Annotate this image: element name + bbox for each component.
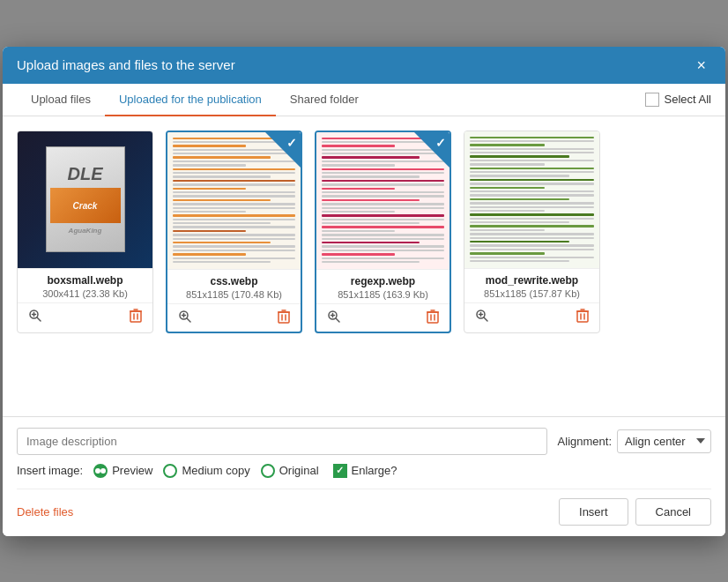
checkbox-enlarge-box: ✓: [333, 464, 347, 478]
bottom-area: Alignment: Align left Align center Align…: [3, 416, 725, 536]
radio-preview-circle: [93, 464, 108, 478]
svg-line-28: [484, 317, 487, 321]
tabs-row: Upload files Uploaded for the publicatio…: [3, 84, 725, 116]
dialog-header: Upload images and files to the server ×: [3, 47, 725, 84]
cancel-button[interactable]: Cancel: [635, 498, 711, 526]
image-name-regexp: regexp.webp: [323, 275, 442, 287]
dialog-title: Upload images and files to the server: [17, 57, 235, 72]
image-size-css: 851x1185 (170.48 Kb): [175, 289, 293, 300]
radio-original[interactable]: Original: [261, 464, 319, 478]
svg-rect-4: [130, 311, 141, 322]
select-all-checkbox[interactable]: [645, 93, 659, 107]
image-card-boxsmall[interactable]: DLE Crack AguaKing boxsmall.webp 300x411…: [17, 131, 153, 333]
insert-button[interactable]: Insert: [559, 498, 628, 526]
image-size-regexp: 851x1185 (163.9 Kb): [323, 289, 442, 300]
svg-rect-22: [427, 312, 438, 323]
check-badge-css: [265, 132, 301, 168]
select-all-label: Select All: [665, 93, 711, 106]
radio-preview[interactable]: Preview: [93, 464, 152, 478]
zoom-button-css[interactable]: [175, 308, 196, 328]
delete-button-css[interactable]: [274, 308, 293, 328]
action-row: Delete files Insert Cancel: [17, 489, 711, 526]
alignment-select[interactable]: Align left Align center Align right Alig…: [617, 429, 711, 453]
select-all-area: Select All: [645, 93, 711, 107]
zoom-button-modrewrite[interactable]: [472, 307, 493, 327]
delete-button-regexp[interactable]: [423, 308, 442, 328]
image-card-regexp[interactable]: regexp.webp 851x1185 (163.9 Kb): [315, 131, 451, 333]
description-row: Alignment: Align left Align center Align…: [17, 428, 711, 455]
gallery-area: DLE Crack AguaKing boxsmall.webp 300x411…: [3, 116, 725, 416]
zoom-button-boxsmall[interactable]: [25, 307, 46, 327]
image-info-modrewrite: mod_rewrite.webp 851x1185 (157.87 Kb): [464, 268, 599, 302]
tab-upload-files[interactable]: Upload files: [17, 84, 105, 116]
delete-button-modrewrite[interactable]: [573, 307, 592, 327]
image-name-css: css.webp: [175, 275, 293, 287]
radio-preview-label: Preview: [112, 464, 152, 477]
image-info-boxsmall: boxsmall.webp 300x411 (23.38 Kb): [18, 268, 152, 302]
image-info-regexp: regexp.webp 851x1185 (163.9 Kb): [316, 269, 449, 303]
svg-line-1: [37, 317, 41, 321]
insert-image-label: Insert image:: [17, 464, 83, 477]
svg-rect-13: [279, 312, 289, 323]
image-card-css[interactable]: css.webp 851x1185 (170.48 Kb): [166, 131, 302, 333]
radio-medium-copy-circle: [163, 464, 177, 478]
image-size-boxsmall: 300x411 (23.38 Kb): [25, 288, 145, 299]
radio-medium-copy-label: Medium copy: [182, 464, 249, 477]
close-button[interactable]: ×: [691, 56, 711, 75]
box-image: DLE Crack AguaKing: [46, 146, 125, 252]
enlarge-label: Enlarge?: [352, 464, 397, 477]
image-actions-regexp: [316, 303, 449, 332]
thumbnail-modrewrite: [464, 131, 599, 268]
image-info-css: css.webp 851x1185 (170.48 Kb): [167, 269, 301, 303]
description-input[interactable]: [17, 428, 547, 455]
image-name-modrewrite: mod_rewrite.webp: [472, 274, 592, 287]
radio-original-circle: [261, 464, 275, 478]
delete-files-button[interactable]: Delete files: [17, 500, 73, 524]
image-name-boxsmall: boxsmall.webp: [25, 274, 145, 287]
tab-shared-folder[interactable]: Shared folder: [276, 84, 373, 116]
zoom-button-regexp[interactable]: [323, 308, 345, 328]
alignment-label: Alignment:: [558, 435, 612, 448]
image-actions-boxsmall: [18, 302, 152, 331]
image-actions-css: [167, 303, 301, 332]
delete-button-boxsmall[interactable]: [126, 307, 145, 327]
radio-original-label: Original: [279, 464, 319, 477]
svg-line-10: [187, 318, 190, 322]
insert-row: Insert image: Preview Medium copy Origin…: [17, 464, 711, 478]
checkbox-enlarge[interactable]: ✓ Enlarge?: [333, 464, 397, 478]
svg-rect-31: [577, 311, 588, 322]
thumbnail-boxsmall: DLE Crack AguaKing: [18, 131, 152, 268]
image-actions-modrewrite: [464, 302, 599, 331]
image-card-modrewrite[interactable]: mod_rewrite.webp 851x1185 (157.87 Kb): [464, 131, 600, 333]
check-badge-regexp: [414, 132, 449, 168]
svg-line-19: [336, 318, 339, 322]
radio-medium-copy[interactable]: Medium copy: [163, 464, 249, 478]
upload-dialog: Upload images and files to the server × …: [3, 47, 725, 536]
tab-uploaded-publication[interactable]: Uploaded for the publication: [105, 84, 276, 116]
image-size-modrewrite: 851x1185 (157.87 Kb): [472, 288, 592, 299]
alignment-row: Alignment: Align left Align center Align…: [558, 429, 711, 453]
action-buttons: Insert Cancel: [559, 498, 711, 526]
